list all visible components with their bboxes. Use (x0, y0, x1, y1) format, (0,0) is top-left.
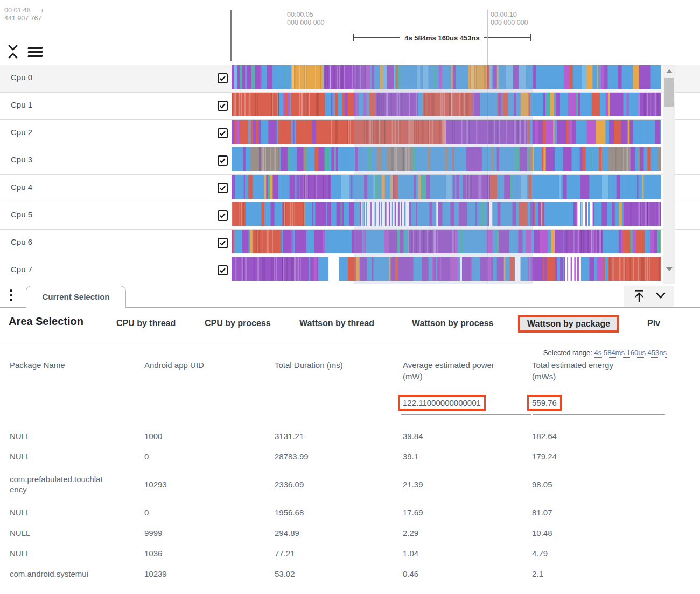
table-cell-duration: 28783.99 (275, 446, 385, 466)
cpu-track-canvas[interactable] (232, 202, 661, 226)
table-cell-uid: 0 (144, 446, 241, 466)
track-checkbox[interactable] (218, 73, 228, 83)
table-column-header: Package Name (10, 359, 104, 371)
panel-tab-wattson-by-package[interactable]: Wattson by package (518, 315, 619, 333)
table-cell-uid: 9999 (144, 522, 241, 543)
cpu-track-label: Cpu 0 (11, 73, 32, 82)
tab-current-selection[interactable]: Current Selection (26, 286, 126, 308)
table-cell-energy: 81.07 (532, 502, 632, 522)
track-filter-menu-icon[interactable] (28, 47, 43, 59)
cpu-track-canvas[interactable] (232, 257, 661, 281)
track-checkbox[interactable] (218, 101, 228, 111)
table-cell-energy: 182.64 (532, 426, 632, 446)
timeline-tick-label: 00:00:05000 000 000 (287, 11, 325, 27)
table-cell-duration: 53.02 (275, 563, 385, 584)
table-cell-uid: 10239 (144, 563, 241, 584)
table-column-header: Total estimated energy (mWs) (532, 359, 632, 382)
cpu-track-row[interactable]: Cpu 1 (0, 93, 700, 120)
track-area-boundary-line (230, 10, 232, 61)
tick-fraction: 000 000 000 (287, 19, 325, 27)
cpu-track-row[interactable]: Cpu 2 (0, 120, 700, 147)
panel-tab-cpu-by-thread[interactable]: CPU by thread (116, 319, 176, 328)
track-checkbox[interactable] (218, 238, 228, 248)
table-cell-duration: 294.89 (275, 522, 385, 543)
cpu-track-canvas[interactable] (232, 147, 661, 171)
collapse-tracks-icon[interactable] (6, 44, 19, 61)
tick-time: 00:00:10 (491, 11, 528, 19)
selected-range-link[interactable]: 4s 584ms 160us 453ns (594, 349, 667, 358)
cpu-track-row[interactable]: Cpu 4 (0, 175, 700, 202)
table-row: NULL10003131.2139.84182.64 (0, 426, 700, 446)
table-cell-package: NULL (10, 522, 104, 543)
table-cell-power: 2.29 (403, 522, 494, 543)
selected-range-line: Selected range: 4s 584ms 160us 453ns (543, 349, 667, 357)
panel-tab-piv[interactable]: Piv (647, 319, 660, 328)
vertical-scrollbar[interactable] (663, 65, 675, 284)
tick-fraction: 000 000 000 (491, 19, 528, 27)
table-cell-duration: 2336.09 (275, 466, 385, 502)
table-cell-package: NULL (10, 502, 104, 522)
origin-time: 00:01:48 (4, 6, 31, 14)
panel-tab-wattson-by-process[interactable]: Wattson by process (412, 319, 493, 328)
panel-menu-kebab-icon[interactable] (10, 289, 13, 303)
cpu-track-row[interactable]: Cpu 0 (0, 65, 700, 93)
track-checkbox[interactable] (218, 265, 228, 275)
track-checkbox[interactable] (218, 128, 228, 138)
track-list: Cpu 0Cpu 1Cpu 2Cpu 3Cpu 4Cpu 5Cpu 6Cpu 7 (0, 65, 700, 284)
table-column-header: Android app UID (144, 359, 241, 371)
scrollbar-thumb[interactable] (664, 78, 674, 107)
table-cell-duration: 1956.68 (275, 502, 385, 522)
cpu-track-row[interactable]: Cpu 3 (0, 147, 700, 175)
cpu-track-canvas[interactable] (232, 65, 661, 89)
cpu-track-canvas[interactable] (232, 93, 661, 116)
track-checkbox[interactable] (218, 155, 228, 166)
collapse-panel-chevron-down-icon[interactable] (654, 291, 667, 303)
origin-plus: + (40, 6, 44, 14)
table-cell-package: com.prefabulated.touchlatency (10, 466, 104, 502)
cpu-track-canvas[interactable] (232, 120, 661, 144)
selected-range-label: Selected range: (543, 349, 592, 357)
table-cell-power: 21.39 (403, 466, 494, 502)
timeline-tick-line (284, 10, 284, 65)
timeline-gridline (487, 65, 488, 284)
table-cell-uid: 10293 (144, 466, 241, 502)
table-row: com.prefabulated.touchlatency102932336.0… (0, 466, 700, 502)
panel-heading: Area Selection (9, 315, 83, 328)
table-cell-duration: 77.21 (275, 543, 385, 563)
cpu-track-row[interactable]: Cpu 7 (0, 257, 700, 284)
table-cell-package: NULL (10, 446, 104, 466)
cpu-track-label: Cpu 5 (11, 210, 32, 219)
expand-panel-to-top-icon[interactable] (633, 289, 646, 305)
cpu-track-label: Cpu 1 (11, 100, 32, 109)
details-panel-tab-bar: Current Selection (0, 284, 700, 308)
table-cell-energy: 98.05 (532, 466, 632, 502)
table-row: NULL103677.211.044.79 (0, 543, 700, 563)
cpu-track-row[interactable]: Cpu 6 (0, 230, 700, 257)
table-cell-package: NULL (10, 543, 104, 563)
track-checkbox[interactable] (218, 183, 228, 193)
cpu-track-label: Cpu 3 (11, 155, 32, 164)
table-cell-uid: 1036 (144, 543, 241, 563)
table-row: NULL028783.9939.1179.24 (0, 446, 700, 466)
table-cell-package: NULL (10, 426, 104, 446)
selected-range-bracket: 4s 584ms 160us 453ns (353, 34, 531, 41)
cpu-track-canvas[interactable] (232, 230, 661, 253)
track-checkbox[interactable] (218, 210, 228, 221)
origin-fraction: 441 907 767 (4, 15, 44, 23)
scrollbar-up-arrow[interactable] (666, 69, 673, 73)
cpu-track-label: Cpu 6 (11, 237, 32, 246)
table-row: NULL9999294.892.2910.48 (0, 522, 700, 543)
panel-tab-wattson-by-thread[interactable]: Wattson by thread (299, 319, 374, 328)
panel-tab-cpu-by-process[interactable]: CPU by process (205, 319, 271, 328)
tick-time: 00:00:05 (287, 11, 325, 19)
table-cell-energy: 179.24 (532, 446, 632, 466)
panel-separator (0, 343, 673, 343)
cpu-track-label: Cpu 4 (11, 182, 32, 192)
scrollbar-down-arrow[interactable] (666, 267, 673, 271)
table-row: com.android.systemui1023953.020.462.1 (0, 563, 700, 584)
cpu-track-canvas[interactable] (232, 175, 661, 199)
table-cell-power: 0.46 (403, 563, 494, 584)
timeline-gridline (284, 65, 284, 284)
cpu-track-row[interactable]: Cpu 5 (0, 202, 700, 230)
table-cell-power: 39.84 (403, 426, 494, 446)
